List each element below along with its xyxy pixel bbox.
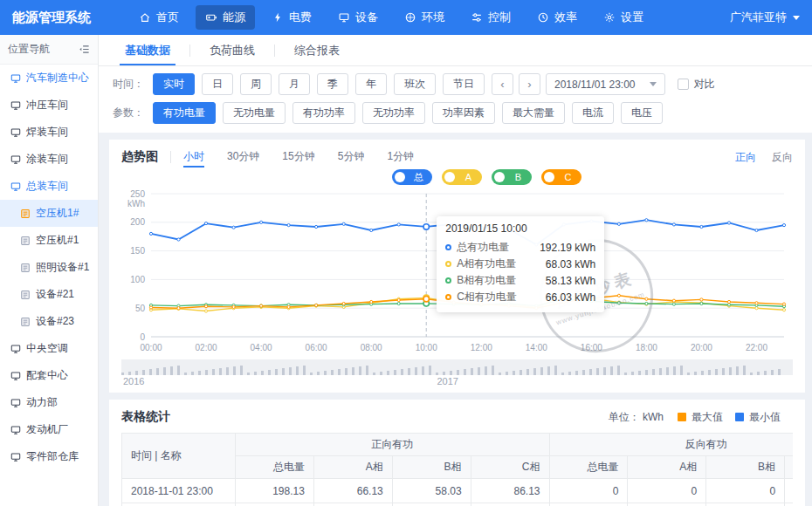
sidebar-item-5[interactable]: 空压机1# <box>0 200 98 227</box>
zoom-bar <box>317 372 320 375</box>
nav-item-efficiency[interactable]: 效率 <box>527 5 587 30</box>
sidebar-item-3[interactable]: 涂装车间 <box>0 146 98 173</box>
meter-icon <box>20 290 31 300</box>
sidebar-item-4[interactable]: 总装车间 <box>0 173 98 200</box>
param-option-1[interactable]: 无功电量 <box>223 102 286 124</box>
nav-item-control[interactable]: 控制 <box>461 5 520 30</box>
zoom-bar <box>415 367 417 375</box>
cell-value: 0 <box>549 503 628 506</box>
interval-tab-4[interactable]: 1分钟 <box>387 147 414 168</box>
zoom-bar <box>499 373 501 375</box>
sidebar-item-2[interactable]: 焊装车间 <box>0 119 98 146</box>
param-option-5[interactable]: 最大需量 <box>502 102 565 124</box>
interval-tab-1[interactable]: 30分钟 <box>227 147 259 168</box>
sidebar-item-10[interactable]: 中央空调 <box>0 335 98 362</box>
sidebar-item-label: 零件部仓库 <box>26 449 79 464</box>
compare-checkbox[interactable]: 对比 <box>678 77 715 92</box>
interval-tab-3[interactable]: 5分钟 <box>338 147 365 168</box>
environment-icon <box>404 11 416 24</box>
nav-label: 首页 <box>156 10 179 25</box>
param-option-3[interactable]: 无功功率 <box>362 102 425 124</box>
zoom-bar <box>254 372 257 375</box>
param-option-6[interactable]: 电流 <box>572 102 614 124</box>
svg-text:100: 100 <box>130 275 145 284</box>
time-option-2[interactable]: 周 <box>240 73 272 95</box>
sidebar-item-label: 动力部 <box>26 395 58 410</box>
cell-value: 0 <box>706 479 785 503</box>
zoom-bar <box>261 371 264 375</box>
zoom-bar <box>450 371 452 375</box>
nav-item-device[interactable]: 设备 <box>328 5 388 30</box>
sidebar-item-11[interactable]: 配套中心 <box>0 362 98 389</box>
legend-toggle-3[interactable]: C <box>541 169 581 185</box>
timeline-zoom-slider[interactable] <box>121 359 793 375</box>
table-row[interactable]: 2018-11-01 23:00198.1366.1358.0386.13000… <box>122 479 794 503</box>
nav-item-home[interactable]: 首页 <box>129 5 189 30</box>
monitor-icon <box>10 100 21 111</box>
cell-value: 198.13 <box>236 479 314 503</box>
time-option-4[interactable]: 季 <box>317 73 348 95</box>
time-option-1[interactable]: 日 <box>202 73 233 95</box>
nav-item-electricity-fee[interactable]: 电费 <box>262 5 321 30</box>
sidebar-item-label: 总装车间 <box>26 179 68 194</box>
next-period-button[interactable]: › <box>519 73 540 95</box>
nav-item-environment[interactable]: 环境 <box>395 5 454 30</box>
svg-text:150: 150 <box>130 246 145 256</box>
param-option-4[interactable]: 功率因素 <box>432 102 495 124</box>
prev-period-button[interactable]: ‹ <box>492 73 513 95</box>
col-sub-1-2: B相 <box>706 456 785 479</box>
table-row[interactable]: 2018-11-01 22:00228.1386.1366.1355.03000… <box>122 503 794 506</box>
time-option-5[interactable]: 年 <box>355 73 387 95</box>
monitor-icon <box>10 127 21 138</box>
tooltip-series-name: 总有功电量 <box>457 240 509 255</box>
zoom-bar <box>212 369 215 375</box>
sidebar-item-12[interactable]: 动力部 <box>0 389 98 416</box>
unit-label: 单位： kWh <box>609 410 664 425</box>
sidebar-item-8[interactable]: 设备#21 <box>0 281 98 308</box>
direction-option-0[interactable]: 正向 <box>735 150 756 165</box>
svg-text:10:00: 10:00 <box>416 343 437 352</box>
svg-text:08:00: 08:00 <box>361 343 382 352</box>
cell-value: 0 <box>628 479 706 503</box>
zoom-bar <box>638 371 641 375</box>
sidebar-item-13[interactable]: 发动机厂 <box>0 416 98 443</box>
tab-0[interactable]: 基础数据 <box>106 35 189 65</box>
year-label-0: 2016 <box>123 376 144 386</box>
svg-text:04:00: 04:00 <box>251 343 272 352</box>
sidebar-item-label: 设备#23 <box>36 314 74 329</box>
direction-option-1[interactable]: 反向 <box>772 150 793 165</box>
time-option-3[interactable]: 月 <box>279 73 310 95</box>
param-option-2[interactable]: 有功功率 <box>292 102 355 124</box>
tab-2[interactable]: 综合报表 <box>275 35 359 65</box>
nav-item-settings[interactable]: 设置 <box>594 5 653 30</box>
sidebar-item-0[interactable]: 汽车制造中心 <box>0 65 98 92</box>
user-menu[interactable]: 广汽菲亚特 <box>730 10 800 25</box>
legend-toggle-2[interactable]: B <box>492 169 532 185</box>
nav-item-energy[interactable]: 能源 <box>196 5 255 30</box>
legend-toggle-0[interactable]: 总 <box>392 169 432 185</box>
legend-toggle-1[interactable]: A <box>442 169 482 185</box>
interval-tabs: 小时30分钟15分钟5分钟1分钟 <box>183 147 414 168</box>
time-option-0[interactable]: 实时 <box>153 73 195 95</box>
main-content: 基础数据负荷曲线综合报表 时间： 实时日周月季年班次节日 ‹ › 2018/11… <box>99 35 812 506</box>
toggle-knob <box>544 172 554 182</box>
time-options: 实时日周月季年班次节日 <box>153 73 492 95</box>
sidebar-item-1[interactable]: 冲压车间 <box>0 92 98 119</box>
time-option-6[interactable]: 班次 <box>394 73 436 95</box>
datetime-select[interactable]: 2018/11/01 23:00 <box>546 73 665 95</box>
compare-label: 对比 <box>694 77 715 92</box>
param-option-0[interactable]: 有功电量 <box>153 102 216 124</box>
sidebar-item-6[interactable]: 空压机#1 <box>0 227 98 254</box>
sidebar-item-7[interactable]: 照明设备#1 <box>0 254 98 281</box>
tab-1[interactable]: 负荷曲线 <box>190 35 274 65</box>
nav-label: 电费 <box>289 10 312 25</box>
sidebar-item-9[interactable]: 设备#23 <box>0 308 98 335</box>
interval-tab-0[interactable]: 小时 <box>183 147 204 168</box>
time-option-7[interactable]: 节日 <box>443 73 485 95</box>
sidebar-item-14[interactable]: 零件部仓库 <box>0 443 98 470</box>
cell-value: 0 <box>628 503 706 506</box>
chevron-down-icon <box>793 16 800 20</box>
interval-tab-2[interactable]: 15分钟 <box>282 147 314 168</box>
param-option-7[interactable]: 电压 <box>621 102 663 124</box>
collapse-icon[interactable] <box>79 44 90 55</box>
